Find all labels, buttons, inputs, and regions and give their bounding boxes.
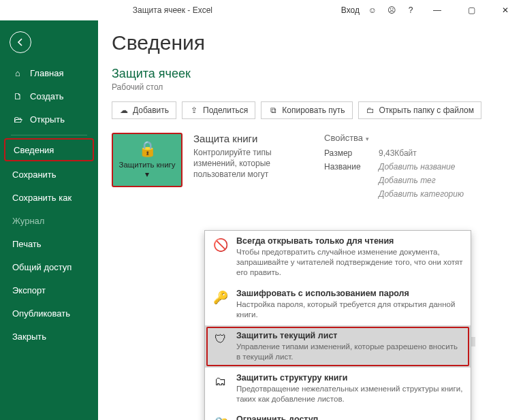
sidebar-item-export[interactable]: Экспорт — [0, 278, 98, 302]
sidebar-item-publish[interactable]: Опубликовать — [0, 302, 98, 325]
sidebar-item-open[interactable]: 🗁Открыть — [0, 108, 98, 131]
sidebar-item-label: Сохранить как — [12, 193, 72, 203]
frown-icon[interactable]: ☹ — [385, 4, 398, 16]
info-toolbar: ☁Добавить ⇪Поделиться ⧉Копировать путь 🗀… — [112, 101, 508, 119]
close-button[interactable]: ✕ — [492, 5, 519, 15]
prop-cat-value[interactable]: Добавить категорию — [379, 189, 464, 199]
button-label: Поделиться — [203, 106, 248, 115]
window-title: Защита ячеек - Excel — [4, 5, 341, 15]
dd-desc: Управление типами изменений, которые раз… — [236, 342, 464, 362]
backstage-sidebar: ⌂Главная 🗋Создать 🗁Открыть Сведения Сохр… — [0, 20, 98, 420]
lock-icon: 🔒 — [138, 140, 157, 158]
open-folder-button[interactable]: 🗀Открыть папку с файлом — [358, 101, 482, 119]
dd-desc: Настройка пароля, который требуется для … — [236, 300, 464, 320]
cloud-up-icon: ☁ — [119, 106, 129, 115]
restrict-icon: 🔐 — [212, 415, 229, 420]
key-icon: 🔑 — [212, 289, 229, 306]
properties-panel: Свойства ▾ Размер9,43Кбайт НазваниеДобав… — [324, 133, 464, 203]
sidebar-item-home[interactable]: ⌂Главная — [0, 61, 98, 84]
login-link[interactable]: Вход — [341, 5, 360, 15]
dd-title: Ограничить доступ — [236, 415, 464, 420]
folder-open-icon: 🗁 — [12, 114, 23, 125]
dd-desc: Чтобы предотвратить случайное изменение … — [236, 247, 464, 278]
link-icon: ⧉ — [268, 106, 278, 115]
maximize-button[interactable]: ▢ — [458, 5, 485, 15]
chevron-down-icon: ▾ — [366, 135, 369, 142]
share-button[interactable]: ⇪Поделиться — [182, 101, 255, 119]
sidebar-item-label: Главная — [30, 68, 63, 78]
protect-heading: Защита книги — [193, 133, 309, 144]
dd-desc: Предотвращение нежелательных изменений с… — [236, 384, 464, 404]
sidebar-item-info[interactable]: Сведения — [4, 138, 94, 161]
sheet-lock-icon: 🛡 — [212, 331, 229, 349]
sidebar-item-history[interactable]: Журнал — [0, 209, 98, 232]
protect-workbook-section: 🔒 Защитить книгу ▾ Защита книги Контроли… — [112, 133, 309, 203]
sidebar-item-new[interactable]: 🗋Создать — [0, 84, 98, 108]
sidebar-item-close[interactable]: Закрыть — [0, 325, 98, 348]
structure-lock-icon: 🗂 — [212, 373, 229, 391]
sidebar-item-label: Закрыть — [12, 332, 46, 342]
share-icon: ⇪ — [189, 106, 199, 115]
sidebar-item-share[interactable]: Общий доступ — [0, 255, 98, 278]
sidebar-item-saveas[interactable]: Сохранить как — [0, 186, 98, 209]
prop-size-key: Размер — [324, 148, 379, 158]
dd-restrict-access[interactable]: 🔐 Ограничить доступПредоставление пользо… — [205, 409, 471, 420]
prop-title-value[interactable]: Добавить название — [379, 162, 455, 172]
folder-icon: 🗀 — [366, 106, 375, 115]
document-name: Защита ячеек — [112, 67, 508, 81]
protect-button-label: Защитить книгу ▾ — [116, 161, 178, 180]
button-label: Добавить — [133, 106, 169, 115]
button-label: Открыть папку с файлом — [379, 106, 475, 115]
properties-heading[interactable]: Свойства ▾ — [324, 133, 464, 143]
dd-title: Всегда открывать только для чтения — [236, 236, 464, 246]
minimize-button[interactable]: — — [424, 5, 451, 15]
sidebar-item-label: Печать — [12, 239, 42, 249]
protect-workbook-button[interactable]: 🔒 Защитить книгу ▾ — [112, 133, 183, 187]
prop-cat-key — [324, 189, 379, 199]
smile-icon[interactable]: ☺ — [366, 4, 379, 16]
dd-protect-structure[interactable]: 🗂 Защитить структуру книгиПредотвращение… — [205, 368, 471, 410]
no-edit-icon: 🚫 — [212, 236, 229, 254]
help-icon[interactable]: ? — [405, 4, 417, 16]
protect-dropdown: 🚫 Всегда открывать только для чтенияЧтоб… — [204, 230, 471, 420]
sidebar-item-label: Сведения — [14, 145, 54, 155]
prop-tag-value[interactable]: Добавить тег — [379, 176, 436, 185]
back-button[interactable] — [10, 31, 31, 53]
sidebar-item-save[interactable]: Сохранить — [0, 163, 98, 186]
upload-button[interactable]: ☁Добавить — [112, 101, 176, 119]
page-title: Сведения — [112, 31, 508, 54]
dd-protect-sheet[interactable]: 🛡 Защитить текущий листУправление типами… — [205, 325, 471, 368]
sidebar-item-label: Экспорт — [12, 285, 46, 295]
arrow-left-icon — [15, 37, 26, 48]
document-path: Рабочий стол — [112, 82, 508, 92]
home-icon: ⌂ — [12, 68, 23, 78]
sidebar-item-label: Сохранить — [12, 169, 57, 180]
sidebar-item-label: Открыть — [30, 114, 65, 125]
dd-title: Зашифровать с использованием пароля — [236, 289, 464, 298]
sidebar-item-label: Журнал — [12, 216, 44, 226]
dd-title: Защитить текущий лист — [236, 331, 464, 340]
prop-tag-key — [324, 176, 379, 185]
dd-encrypt[interactable]: 🔑 Зашифровать с использованием пароляНас… — [205, 283, 471, 325]
dd-title: Защитить структуру книги — [236, 373, 464, 383]
sidebar-item-label: Создать — [30, 91, 63, 101]
copy-path-button[interactable]: ⧉Копировать путь — [261, 101, 352, 119]
button-label: Копировать путь — [282, 106, 345, 115]
sidebar-item-label: Опубликовать — [12, 308, 70, 319]
document-icon: 🗋 — [12, 91, 23, 101]
protect-description: Контролируйте типы изменений, которые по… — [193, 147, 309, 180]
dd-readonly[interactable]: 🚫 Всегда открывать только для чтенияЧтоб… — [205, 231, 471, 283]
sidebar-item-label: Общий доступ — [12, 262, 72, 272]
prop-size-value: 9,43Кбайт — [379, 148, 417, 158]
title-bar: Защита ячеек - Excel Вход ☺ ☹ ? — ▢ ✕ — [0, 0, 523, 20]
sidebar-item-print[interactable]: Печать — [0, 232, 98, 255]
main-panel: Сведения Защита ячеек Рабочий стол ☁Доба… — [98, 20, 523, 420]
sidebar-separator — [11, 135, 87, 135]
prop-title-key: Название — [324, 162, 379, 172]
